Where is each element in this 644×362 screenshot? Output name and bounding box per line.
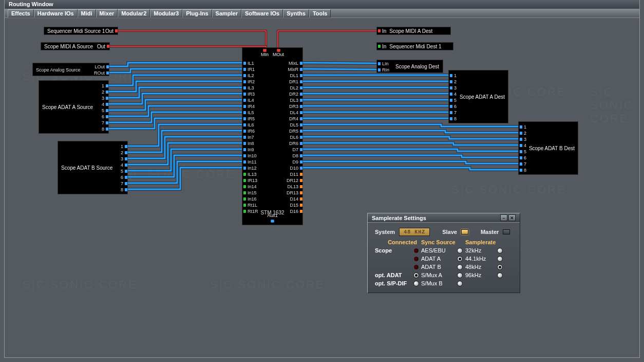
port-out-icon[interactable] [106,121,108,124]
samplerate-radio[interactable] [497,256,503,262]
port-in-icon[interactable] [450,80,452,83]
routing-canvas[interactable]: S|C SONIC CORE S|C SONIC CORE S|C SONIC … [5,19,639,357]
sync-source-radio[interactable] [457,248,463,254]
node-sequencer-midi-source[interactable]: Sequencer Midi Source 1 Out [44,27,118,35]
port-out-icon[interactable] [125,176,127,179]
port-in-icon[interactable] [243,105,246,108]
port-out-icon[interactable] [125,145,127,148]
node-scope-midi-a-source[interactable]: Scope MIDI A Source Out [41,42,110,50]
port-in-icon[interactable] [520,162,522,166]
port-out-icon[interactable] [300,148,302,151]
port-out-icon[interactable] [300,173,302,176]
port-in-icon[interactable] [243,197,246,201]
node-sequencer-midi-dest[interactable]: In Sequencer Midi Dest 1 [376,42,453,50]
port-out-icon[interactable] [115,29,118,32]
port-out-icon[interactable] [300,62,302,65]
node-scope-midi-a-dest[interactable]: In Scope MIDI A Dest [376,27,451,35]
port-out-icon[interactable] [300,74,302,77]
port-in-icon[interactable] [243,167,246,170]
port-midi-out-icon[interactable] [277,49,280,52]
port-in-icon[interactable] [243,80,246,83]
port-out-icon[interactable] [300,179,302,182]
port-out-icon[interactable] [106,115,108,118]
menu-item-mixer[interactable]: Mixer [96,9,118,17]
port-in-icon[interactable] [378,29,381,32]
port-out-icon[interactable] [125,170,127,173]
node-scope-adat-b-dest[interactable]: Scope ADAT B Dest 12345678 [518,121,578,175]
port-in-icon[interactable] [243,204,246,207]
port-midi-in-icon[interactable] [263,49,266,52]
port-in-icon[interactable] [243,62,246,65]
port-in-icon[interactable] [243,136,246,139]
menu-item-effects[interactable]: Effects [8,9,34,17]
port-out-icon[interactable] [106,90,108,94]
sync-source-radio[interactable] [457,273,463,278]
port-in-icon[interactable] [243,123,246,126]
port-in-icon[interactable] [450,93,452,96]
window-titlebar[interactable]: Routing Window [5,0,639,9]
port-out-icon[interactable] [106,109,108,112]
port-out-icon[interactable] [300,93,302,96]
port-out-icon[interactable] [300,86,302,89]
port-in-icon[interactable] [243,74,246,77]
samplerate-radio[interactable] [497,264,503,270]
port-out-icon[interactable] [300,68,302,71]
samplerate-settings-window[interactable]: Samplerate Settings – ✕ System 48 KHZ Sl… [367,213,520,293]
port-out-icon[interactable] [300,111,302,114]
menu-item-software-ios[interactable]: Software IOs [241,9,283,17]
port-out-icon[interactable] [106,103,108,106]
port-out-icon[interactable] [300,154,302,157]
port-aux-icon[interactable] [271,220,274,223]
port-in-icon[interactable] [378,68,381,71]
port-in-icon[interactable] [450,111,452,114]
port-in-icon[interactable] [243,142,246,145]
port-in-icon[interactable] [450,74,452,77]
port-out-icon[interactable] [125,182,127,185]
port-in-icon[interactable] [243,191,246,194]
port-in-icon[interactable] [450,99,452,102]
port-in-icon[interactable] [520,144,522,147]
port-out-icon[interactable] [106,97,108,100]
node-scope-adat-a-dest[interactable]: Scope ADAT A Dest 12345678 [448,70,508,123]
port-out-icon[interactable] [300,160,302,164]
port-out-icon[interactable] [300,167,302,170]
menu-item-synths[interactable]: Synths [283,9,309,17]
port-in-icon[interactable] [243,99,246,102]
port-in-icon[interactable] [243,154,246,157]
close-button[interactable]: ✕ [508,214,516,221]
port-in-icon[interactable] [520,169,522,172]
port-in-icon[interactable] [450,105,452,108]
port-in-icon[interactable] [243,130,246,133]
port-out-icon[interactable] [106,128,108,131]
node-scope-adat-a-source[interactable]: Scope ADAT A Source 12345678 [39,80,109,134]
port-in-icon[interactable] [520,125,522,129]
opt-radio[interactable] [413,281,419,286]
port-out-icon[interactable] [125,188,127,191]
port-in-icon[interactable] [450,86,452,89]
popup-titlebar[interactable]: Samplerate Settings – ✕ [368,213,520,223]
port-in-icon[interactable] [243,111,246,114]
node-stm-1632[interactable]: MIn MOut IL1IR1IL2IR2IL3IR3IL4IR4IL5IR5I… [242,47,303,225]
port-out-icon[interactable] [106,71,109,75]
sync-source-radio[interactable] [457,281,463,286]
port-in-icon[interactable] [378,62,381,65]
samplerate-radio[interactable] [497,248,503,254]
menu-item-plug-ins[interactable]: Plug-Ins [182,9,212,17]
port-out-icon[interactable] [300,117,302,120]
port-out-icon[interactable] [300,197,302,201]
port-out-icon[interactable] [300,80,302,83]
port-in-icon[interactable] [243,86,246,89]
port-in-icon[interactable] [520,138,522,141]
slave-led[interactable] [461,229,468,234]
port-in-icon[interactable] [243,185,246,188]
port-out-icon[interactable] [125,164,127,167]
port-out-icon[interactable] [300,185,302,188]
port-in-icon[interactable] [378,45,381,48]
port-out-icon[interactable] [106,65,109,68]
port-in-icon[interactable] [243,93,246,96]
port-out-icon[interactable] [300,142,302,145]
port-out-icon[interactable] [300,123,302,126]
port-in-icon[interactable] [520,150,522,153]
menu-item-hardware-ios[interactable]: Hardware IOs [34,9,78,17]
port-in-icon[interactable] [243,148,246,151]
